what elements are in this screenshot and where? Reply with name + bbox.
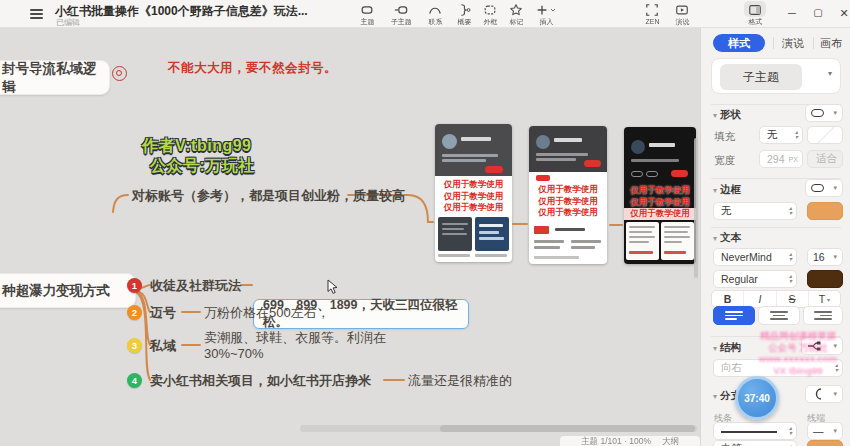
branch-sell-projects-detail[interactable]: 流量还是很精准的 [408, 372, 512, 390]
panel-tab-style[interactable]: 样式 [713, 34, 765, 52]
maximize-button[interactable]: ▢ [810, 7, 826, 18]
shape-style-dropdown[interactable]: ▾ [805, 104, 843, 122]
xiaohongshu-profile-screenshot-3[interactable]: 仅用于教学使用 仅用于教学使用 仅用于教学使用 [624, 127, 696, 264]
tab-separator [813, 37, 814, 49]
font-weight-stepper[interactable]: Regular▴▾ [713, 270, 797, 288]
topic-icon [360, 3, 374, 17]
branch-benchmark-accounts[interactable]: 对标账号（参考），都是项目创业粉，质量较高 [132, 187, 405, 205]
red-stamp-marker-icon[interactable] [112, 66, 127, 81]
branch-private-domain-detail1[interactable]: 卖潮服、球鞋、衣服等。利润在 [204, 329, 386, 347]
xmind-window: 小红书批量操作《1000个野路子信息差》玩法... 已编辑 主题 子主题 联系 … [0, 0, 850, 446]
panel-tab-map[interactable]: 画布 [817, 34, 845, 52]
horizontal-scrollbar[interactable] [300, 425, 697, 432]
divider [711, 227, 841, 228]
teaching-watermark: 仅用于教学使用 [435, 179, 512, 191]
branch-private-domain[interactable]: 私域 [150, 337, 176, 355]
section-text[interactable]: ▾文本 [713, 231, 741, 245]
align-right-button[interactable] [803, 306, 843, 325]
branch-private-domain-detail2[interactable]: 30%~70% [204, 346, 264, 361]
border-width-stepper[interactable]: 无▴▾ [713, 202, 797, 220]
marker-star-icon [509, 3, 523, 17]
section-border[interactable]: ▾边框 [713, 183, 741, 197]
avatar [631, 140, 645, 154]
marker-number-4[interactable]: 4 [127, 373, 142, 388]
branch-sell-projects[interactable]: 卖小红书相关项目，如小红书开店挣米 [150, 372, 371, 390]
mouse-cursor [326, 279, 340, 295]
author-watermark-line1: 作者V:tbing99 [142, 136, 252, 157]
fit-width-button[interactable]: 适合 [807, 150, 843, 168]
author-watermark-line2: 公众号:万玩社 [150, 156, 255, 177]
minimize-button[interactable]: ─ [784, 7, 800, 19]
avatar [442, 134, 457, 149]
mindmap-canvas[interactable]: 不能大大用，要不然会封号。 封号导流私域逻辑 作者V:tbing99 公众号:万… [0, 28, 700, 446]
post-thumbnail [438, 217, 472, 251]
titlebar: 小红书批量操作《1000个野路子信息差》玩法... 已编辑 主题 子主题 联系 … [0, 0, 850, 28]
panel-tab-pitch[interactable]: 演说 [779, 34, 807, 52]
format-panel: 样式 演说 画布 子主题 ▾ ▾形状 ▾ 填充 无▴▾ 宽度 294PX 适合 … [700, 28, 850, 446]
logic-chart-icon [807, 341, 821, 351]
post-thumbnail [661, 222, 694, 260]
avatar [536, 135, 550, 149]
toolbar-subtopic-button[interactable]: 子主题 [384, 1, 418, 28]
font-family-stepper[interactable]: NeverMind▴▾ [713, 248, 797, 266]
xiaohongshu-profile-screenshot-2[interactable]: 仅用于教学使用 仅用于教学使用 仅用于教学使用 [529, 126, 607, 264]
subtopic-icon [394, 3, 408, 17]
line-width-stepper[interactable]: 中等▴▾ [713, 440, 797, 446]
teaching-watermark: 仅用于教学使用 [529, 184, 607, 196]
hamburger-menu-icon[interactable] [30, 9, 43, 19]
post-thumbnail [475, 217, 509, 251]
font-size-dropdown[interactable]: 16▾ [807, 248, 843, 266]
branch-apprentice-community[interactable]: 收徒及社群玩法 [150, 277, 241, 295]
align-center-button[interactable] [758, 306, 800, 325]
align-left-button[interactable] [713, 306, 755, 325]
marker-number-2[interactable]: 2 [127, 305, 142, 320]
branch-color-swatch[interactable] [807, 440, 843, 446]
line-cap-dropdown[interactable]: —▾ [807, 422, 843, 440]
text-color-swatch[interactable] [807, 270, 843, 288]
relationship-icon [428, 3, 442, 17]
structure-type-dropdown[interactable]: ▾ [801, 337, 843, 355]
document-title: 小红书批量操作《1000个野路子信息差》玩法... [55, 3, 308, 20]
branch-shape-dropdown[interactable]: ▾ [805, 385, 843, 403]
rounded-rect-shape-icon [811, 109, 824, 117]
post-thumbnail [626, 222, 659, 260]
bold-button[interactable]: B [712, 291, 744, 307]
toolbar-pitch-button[interactable]: 演说 [665, 1, 699, 28]
border-style-dropdown[interactable]: ▾ [805, 179, 843, 197]
text-transform-button[interactable]: T▾ [809, 291, 840, 307]
section-shape[interactable]: ▾形状 [713, 108, 741, 122]
horizontal-scrollbar-thumb[interactable] [440, 425, 695, 432]
close-button[interactable]: ✕ [836, 7, 850, 20]
video-timestamp-overlay: 37:40 [735, 376, 779, 420]
marker-number-3[interactable]: 3 [127, 338, 142, 353]
fill-color-swatch[interactable] [807, 126, 843, 144]
marker-number-1[interactable]: 1 [127, 278, 142, 293]
fill-stepper[interactable]: 无▴▾ [759, 126, 803, 144]
strikethrough-button[interactable]: S [777, 291, 809, 307]
border-color-swatch[interactable] [807, 202, 843, 220]
chevron-down-icon [549, 6, 557, 14]
xiaohongshu-profile-screenshot-1[interactable]: 仅用于教学使用 仅用于教学使用 仅用于教学使用 [435, 124, 512, 262]
italic-button[interactable]: I [744, 291, 776, 307]
section-structure[interactable]: ▾结构 [713, 341, 741, 355]
toolbar-format-button[interactable]: 格式 [738, 1, 772, 28]
vertical-scrollbar-thumb[interactable] [694, 138, 698, 278]
line-style-stepper[interactable]: ▴▾ [713, 422, 797, 440]
node-monetize-methods[interactable]: 种超瀑力变现方式 [0, 273, 136, 308]
zen-mode-icon [645, 3, 659, 17]
structure-direction-stepper[interactable]: 向右▴▾ [713, 359, 843, 377]
branch-sell-account[interactable]: 迈号 [150, 304, 176, 322]
node-block-logic[interactable]: 封号导流私域逻辑 [0, 60, 110, 95]
toolbar-zen-button[interactable]: ZEN [635, 1, 669, 28]
width-input[interactable]: 294PX [759, 150, 803, 168]
chevron-down-icon[interactable]: ▾ [828, 69, 832, 78]
toolbar-topic-button[interactable]: 主题 [350, 1, 384, 28]
branch-sell-account-detail[interactable]: 万粉价格在500左右， [204, 304, 330, 322]
topic-type-selector[interactable]: 子主题 [720, 64, 802, 90]
tab-separator [773, 37, 774, 49]
fill-label: 填充 [714, 130, 735, 144]
toolbar-insert-button[interactable]: 插入 [526, 1, 566, 28]
canvas-statusbar: 主题 1/101 · 100% 大纲 [560, 436, 700, 446]
curved-branch-icon [811, 388, 823, 400]
pitch-play-icon [675, 3, 689, 17]
